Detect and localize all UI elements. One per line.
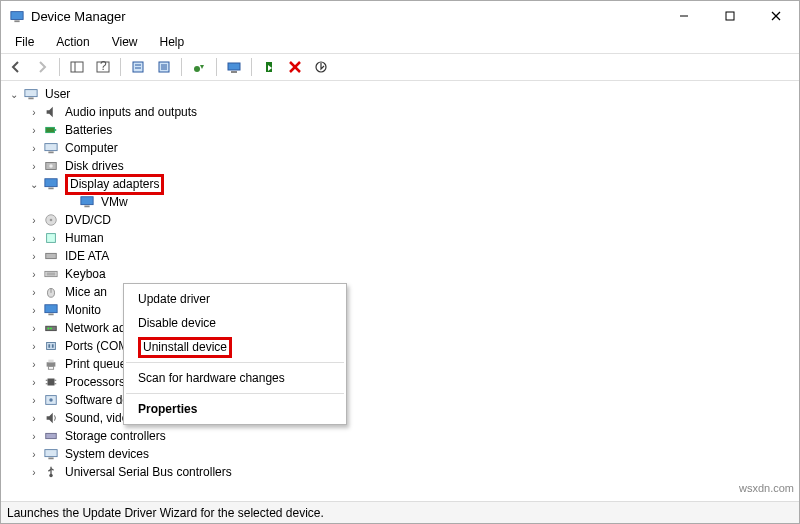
tree-item[interactable]: ›Audio inputs and outputs [27,103,799,121]
svg-point-17 [194,66,200,72]
tree-item[interactable]: ›System devices [27,445,799,463]
svg-rect-50 [47,343,56,350]
tree-item[interactable]: ›Disk drives [27,157,799,175]
forward-button[interactable] [31,56,53,78]
toolbar-separator [216,58,217,76]
tree-item[interactable]: ⌄Display adapters [27,175,799,193]
show-hidden-devices-button[interactable] [153,56,175,78]
properties-button[interactable] [127,56,149,78]
svg-rect-18 [228,63,240,70]
expand-icon[interactable]: › [27,449,41,460]
svg-rect-52 [52,344,54,348]
svg-rect-35 [84,206,89,208]
tree-item-label: Mice an [63,285,109,299]
back-button[interactable] [5,56,27,78]
ctx-scan-hardware[interactable]: Scan for hardware changes [124,366,346,390]
scan-hardware-button[interactable] [223,56,245,78]
svg-point-48 [48,328,50,330]
menu-help[interactable]: Help [150,33,195,51]
update-driver-button[interactable] [188,56,210,78]
device-tree: ⌄ User ›Audio inputs and outputs›Batteri… [1,81,799,501]
tree-item-label: System devices [63,447,151,461]
svg-rect-19 [231,71,237,73]
tree-item[interactable]: ›DVD/CD [27,211,799,229]
sound-icon [43,410,59,426]
expand-icon[interactable]: › [27,377,41,388]
minimize-button[interactable] [661,1,707,31]
tree-item[interactable]: ›Storage controllers [27,427,799,445]
tree-item-label: Computer [63,141,120,155]
toolbar-separator [181,58,182,76]
svg-rect-33 [48,188,53,190]
svg-point-49 [50,328,52,330]
expand-icon[interactable]: › [27,215,41,226]
svg-rect-24 [25,90,37,97]
svg-rect-6 [71,62,83,72]
svg-text:?: ? [100,60,107,73]
svg-rect-53 [47,362,56,366]
maximize-button[interactable] [707,1,753,31]
tree-item[interactable]: ›IDE ATA [27,247,799,265]
svg-rect-10 [133,62,143,72]
tree-item[interactable]: ›Keyboa [27,265,799,283]
close-button[interactable] [753,1,799,31]
tree-root[interactable]: ⌄ User [7,85,799,103]
expand-icon[interactable]: › [27,161,41,172]
ctx-disable-device[interactable]: Disable device [124,311,346,335]
expand-icon[interactable]: › [27,125,41,136]
svg-rect-54 [48,360,53,363]
svg-rect-27 [55,129,57,131]
ctx-item-label: Update driver [138,292,210,306]
network-icon [43,320,59,336]
menu-file[interactable]: File [5,33,44,51]
tree-item-label: Disk drives [63,159,126,173]
titlebar: Device Manager [1,1,799,31]
ctx-separator [126,393,344,394]
ctx-properties[interactable]: Properties [124,397,346,421]
ctx-uninstall-device[interactable]: Uninstall device [124,335,346,359]
expand-icon[interactable]: › [27,341,41,352]
svg-rect-26 [46,127,55,132]
svg-rect-40 [45,271,57,276]
menu-view[interactable]: View [102,33,148,51]
tree-item[interactable]: ›Computer [27,139,799,157]
menubar: File Action View Help [1,31,799,53]
expand-icon[interactable]: › [27,143,41,154]
expand-icon[interactable]: › [27,413,41,424]
tree-item[interactable]: VMw [63,193,799,211]
tree-item[interactable]: ›Batteries [27,121,799,139]
expand-icon[interactable]: › [27,269,41,280]
expand-icon[interactable]: › [27,287,41,298]
expand-icon[interactable]: › [27,467,41,478]
help-button[interactable]: ? [92,56,114,78]
expand-icon[interactable]: › [27,233,41,244]
ctx-update-driver[interactable]: Update driver [124,287,346,311]
expand-icon[interactable]: › [27,359,41,370]
watermark: wsxdn.com [739,482,794,494]
expand-icon[interactable]: › [27,305,41,316]
svg-rect-65 [48,458,53,460]
svg-rect-34 [81,197,93,205]
expand-icon[interactable]: › [27,395,41,406]
disable-device-button[interactable] [310,56,332,78]
expand-icon[interactable]: › [27,251,41,262]
tree-item-label: Audio inputs and outputs [63,105,199,119]
show-hide-console-tree-button[interactable] [66,56,88,78]
expand-icon[interactable]: › [27,431,41,442]
collapse-icon[interactable]: ⌄ [27,179,41,190]
statusbar-text: Launches the Update Driver Wizard for th… [7,506,324,520]
battery-icon [43,122,59,138]
tree-item-label: Processors [63,375,127,389]
tree-item[interactable]: ›Universal Serial Bus controllers [27,463,799,481]
collapse-icon[interactable]: ⌄ [7,89,21,100]
menu-action[interactable]: Action [46,33,99,51]
uninstall-device-button[interactable] [284,56,306,78]
svg-rect-25 [28,98,33,100]
expand-icon[interactable]: › [27,323,41,334]
processor-icon [43,374,59,390]
dvd-icon [43,212,59,228]
tree-item[interactable]: ›Human [27,229,799,247]
software-icon [43,392,59,408]
enable-device-button[interactable] [258,56,280,78]
expand-icon[interactable]: › [27,107,41,118]
